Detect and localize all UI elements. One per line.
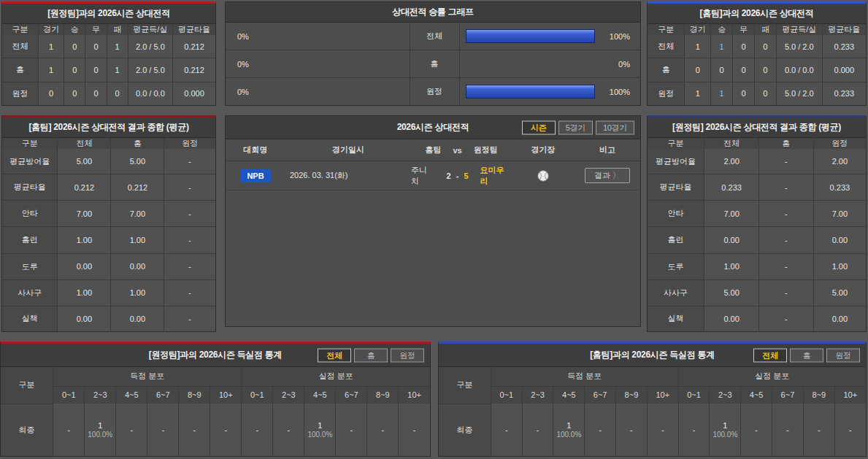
scoring-away-tab-홈[interactable]: 홈	[354, 348, 388, 362]
table-cell: 0.233	[704, 174, 759, 201]
column-header: 원정	[813, 138, 866, 149]
table-cell: 7.00	[58, 201, 111, 227]
bin-header: 10+	[210, 386, 242, 404]
table-cell: 0.00	[111, 306, 164, 331]
scoring-cell: -	[647, 404, 678, 456]
group-header: 실점 분포	[678, 367, 866, 386]
table-cell: 5.00	[111, 149, 164, 174]
scoring-away-tab-전체[interactable]: 전체	[318, 348, 351, 362]
table-cell: 1	[107, 35, 128, 58]
panel-away-scoring: [원정팀]과의 2026시즌 득실점 통계 전체홈원정 구분득점 분포실점 분포…	[0, 342, 431, 457]
baseball-icon	[537, 169, 550, 182]
table-cell: 1.00	[58, 279, 111, 306]
result-button[interactable]: 결과 〉	[585, 168, 630, 183]
scoring-cell: -	[367, 404, 399, 456]
right-percent-label: 0%	[601, 50, 640, 77]
column-header-away: 원정팀	[474, 144, 498, 155]
table-cell: 7.00	[111, 201, 164, 227]
row-label: 홈	[2, 58, 39, 82]
scoring-count: 1	[85, 421, 115, 431]
table-cell: 0	[754, 58, 776, 82]
scoring-title-bar: [원정팀]과의 2026시즌 득실점 통계 전체홈원정	[1, 344, 430, 367]
score-separator: -	[456, 171, 459, 180]
bin-header: 6~7	[147, 386, 179, 404]
scoring-count: 1	[553, 421, 584, 431]
table-row: 안타7.007.00-	[2, 201, 215, 227]
scoring-home-tab-전체[interactable]: 전체	[753, 348, 787, 362]
header-row: 구분경기승무패평균득/실평균타율	[2, 24, 215, 35]
column-header: 홈	[758, 138, 813, 149]
scoring-cell: -	[834, 404, 866, 456]
column-header: 무	[733, 24, 755, 35]
scoring-cell: -	[116, 404, 147, 456]
table-row: 평균타율0.233-0.233	[648, 174, 866, 201]
data-table: 구분전체홈원정평균방어율5.005.00-평균타율0.2120.212-안타7.…	[2, 138, 215, 331]
scoring-cell: 1100.0%	[553, 404, 585, 456]
table-cell: 0.000	[173, 82, 215, 105]
table-cell: 1	[39, 35, 64, 58]
season-tab-10경기[interactable]: 10경기	[596, 120, 634, 134]
bin-header: 8~9	[179, 386, 210, 404]
header-row: 구분전체홈원정	[2, 138, 215, 149]
column-header-venue: 경기장	[512, 144, 575, 155]
column-header-home: 홈팀	[425, 144, 441, 155]
table-row: 평균방어율5.005.00-	[2, 149, 215, 174]
table-cell: -	[758, 279, 813, 306]
season-title-bar: 2026시즌 상대전적 시즌5경기10경기	[226, 116, 640, 139]
column-header: 구분	[2, 138, 58, 149]
graph-row-label: 원정	[410, 78, 460, 105]
column-header-note: 비고	[575, 144, 640, 155]
bin-header: 0~1	[491, 386, 522, 404]
scoring-data-row: 최종-1100.0%------1100.0%---	[1, 404, 430, 456]
table-row: 원정00000.0 / 0.00.000	[2, 82, 215, 105]
left-bar-track	[268, 50, 410, 77]
scoring-away-tab-원정[interactable]: 원정	[391, 348, 424, 362]
table-cell: -	[758, 253, 813, 279]
match-datetime: 2026. 03. 31(화)	[285, 170, 411, 181]
scoring-home-tab-원정[interactable]: 원정	[826, 348, 860, 362]
scoring-cell: -	[522, 404, 553, 456]
season-tab-시즌[interactable]: 시즌	[522, 120, 556, 134]
scoring-cell: -	[336, 404, 367, 456]
scoring-home-tab-홈[interactable]: 홈	[790, 348, 823, 362]
scoring-count: 1	[304, 421, 335, 431]
table-row: 사사구5.00-5.00	[648, 279, 866, 306]
row-label: 최종	[439, 404, 491, 456]
left-bar-track	[268, 23, 410, 50]
scoring-away-tabs: 전체홈원정	[318, 348, 424, 362]
table-cell: 1.00	[813, 253, 866, 279]
table-cell: 1	[685, 82, 711, 105]
table-row: 실책0.00-0.00	[648, 306, 866, 331]
season-empty-area	[226, 190, 640, 326]
column-header: 경기	[685, 24, 711, 35]
table-cell: 1	[711, 82, 733, 105]
table-cell: 7.00	[704, 201, 759, 227]
home-score: 2	[447, 171, 451, 180]
scoring-cell: -	[273, 404, 304, 456]
bin-header: 4~5	[116, 386, 147, 404]
panel-title: [원정팀]과의 2026시즌 득실점 통계	[149, 349, 282, 361]
row-label: 평균방어율	[2, 149, 58, 174]
table-cell: 1.00	[111, 279, 164, 306]
column-header: 승	[711, 24, 733, 35]
table-row: 평균방어율2.00-2.00	[648, 149, 866, 174]
bin-header: 0~1	[678, 386, 710, 404]
home-record-table: 구분경기승무패평균득/실평균타율전체11005.0 / 2.00.233홈000…	[648, 24, 866, 105]
row-label: 실책	[2, 306, 58, 331]
table-cell: 0.212	[111, 174, 164, 201]
scoring-cell: -	[399, 404, 430, 456]
league-cell: NPB	[226, 169, 285, 182]
row-label: 홈런	[648, 227, 704, 253]
table-cell: 5.00	[58, 149, 111, 174]
league-badge: NPB	[240, 169, 270, 182]
table-cell: 0.000	[822, 58, 866, 82]
scoring-cell: -	[210, 404, 242, 456]
table-cell: 5.0 / 2.0	[776, 82, 822, 105]
panel-season-record: 2026시즌 상대전적 시즌5경기10경기 대회명 경기일시 홈팀 vs 원정팀…	[225, 115, 641, 327]
table-cell: 1	[107, 58, 128, 82]
season-tab-5경기[interactable]: 5경기	[558, 120, 593, 134]
column-header-gubun: 구분	[1, 367, 53, 404]
season-header-row: 대회명 경기일시 홈팀 vs 원정팀 경기장 비고	[226, 139, 640, 161]
table-row: 홈00000.0 / 0.00.000	[648, 58, 866, 82]
column-header: 홈	[111, 138, 164, 149]
